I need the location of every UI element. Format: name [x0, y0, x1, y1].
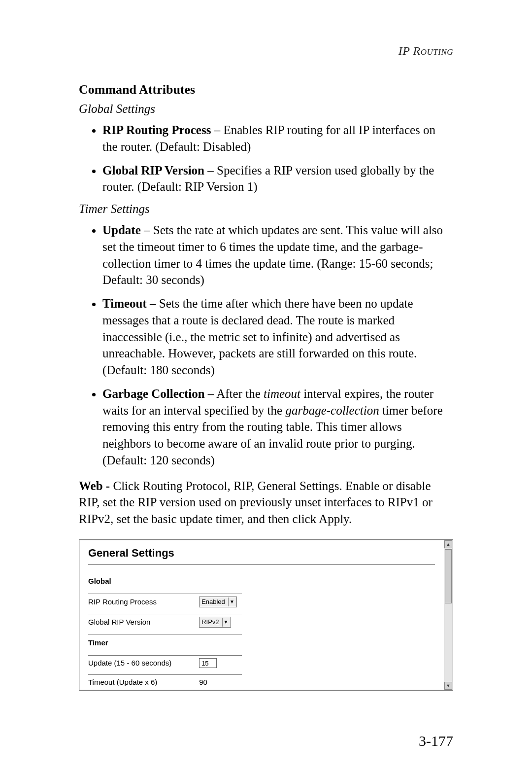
bullet-update: Update – Sets the rate at which updates …: [102, 222, 453, 288]
row-label: Global RIP Version: [88, 614, 199, 630]
settings-table: Global RIP Routing Process Enabled ▼ Glo…: [88, 573, 242, 691]
row-timeout: Timeout (Update x 6) 90: [88, 674, 242, 689]
row-label: Update (15 - 60 seconds): [88, 655, 199, 670]
group-timer: Timer: [88, 634, 242, 651]
select-value: Enabled: [201, 598, 228, 606]
vertical-scrollbar[interactable]: ▲ ▼: [444, 540, 452, 690]
row-value: 90: [199, 674, 242, 689]
chevron-down-icon: ▼: [222, 618, 230, 627]
row-update: Update (15 - 60 seconds) 15: [88, 655, 242, 670]
general-settings-panel: General Settings Global RIP Routing Proc…: [79, 539, 453, 691]
bullet-text: – Sets the rate at which updates are sen…: [102, 223, 443, 286]
global-rip-version-select[interactable]: RIPv2 ▼: [199, 617, 231, 628]
bullet-text: – Sets the time after which there have b…: [102, 297, 417, 377]
bullet-term: RIP Routing Process: [102, 123, 211, 137]
running-header-text: IP Routing: [399, 44, 453, 57]
scroll-up-button[interactable]: ▲: [444, 540, 452, 548]
bullet-em: timeout: [264, 387, 300, 400]
row-label: RIP Routing Process: [88, 594, 199, 609]
subhead-global-settings: Global Settings: [79, 102, 453, 116]
bullet-term: Timeout: [102, 297, 147, 310]
select-value: RIPv2: [201, 618, 222, 627]
bullet-term: Update: [102, 223, 141, 237]
section-heading: Command Attributes: [79, 82, 453, 97]
update-input[interactable]: 15: [199, 658, 217, 668]
row-rip-routing-process: RIP Routing Process Enabled ▼: [88, 594, 242, 609]
web-instructions: Web - Click Routing Protocol, RIP, Gener…: [79, 478, 453, 528]
web-lead: Web -: [79, 479, 113, 493]
row-label: Timeout (Update x 6): [88, 674, 199, 689]
rip-routing-process-select[interactable]: Enabled ▼: [199, 597, 237, 607]
bullet-rip-routing-process: RIP Routing Process – Enables RIP routin…: [102, 122, 453, 155]
bullet-term: Garbage Collection: [102, 387, 205, 400]
bullet-garbage-collection: Garbage Collection – After the timeout i…: [102, 386, 453, 469]
panel-title: General Settings: [88, 547, 435, 560]
bullet-text: – After the: [205, 387, 264, 400]
panel-divider: [88, 564, 435, 565]
scroll-thumb[interactable]: [445, 549, 452, 603]
bullet-global-rip-version: Global RIP Version – Specifies a RIP ver…: [102, 162, 453, 196]
bullet-em: garbage-collection: [285, 404, 379, 417]
row-global-rip-version: Global RIP Version RIPv2 ▼: [88, 614, 242, 630]
subhead-timer-settings: Timer Settings: [79, 202, 453, 216]
chevron-down-icon: ▼: [228, 598, 235, 606]
bullet-timeout: Timeout – Sets the time after which ther…: [102, 295, 453, 379]
bullet-list-global: RIP Routing Process – Enables RIP routin…: [79, 122, 453, 195]
group-global: Global: [88, 573, 242, 589]
scroll-down-button[interactable]: ▼: [444, 682, 452, 690]
web-rest: Click Routing Protocol, RIP, General Set…: [79, 479, 432, 526]
bullet-list-timer: Update – Sets the rate at which updates …: [79, 222, 453, 469]
page-number: 3-177: [419, 733, 453, 749]
bullet-term: Global RIP Version: [102, 164, 204, 177]
running-header: IP Routing: [79, 44, 453, 58]
